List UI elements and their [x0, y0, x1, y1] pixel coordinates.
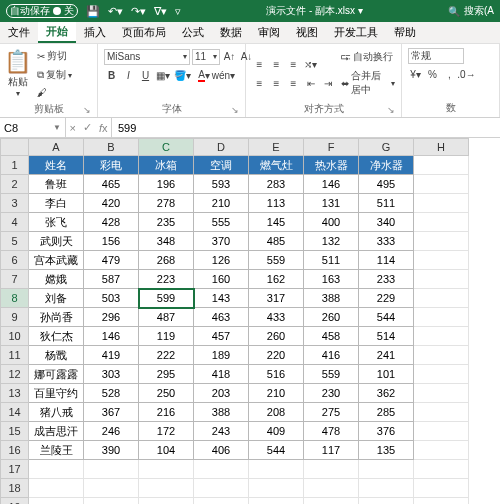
cell-C14[interactable]: 216: [139, 403, 194, 422]
cell-B8[interactable]: 503: [84, 289, 139, 308]
save-icon[interactable]: 💾: [86, 5, 100, 18]
row-header-3[interactable]: 3: [1, 194, 29, 213]
cell-C8[interactable]: 599: [139, 289, 194, 308]
cell-G17[interactable]: [359, 460, 414, 479]
cell-D6[interactable]: 126: [194, 251, 249, 270]
cell-G16[interactable]: 135: [359, 441, 414, 460]
cell-A7[interactable]: 嫦娥: [29, 270, 84, 289]
cell-F15[interactable]: 478: [304, 422, 359, 441]
cell-D15[interactable]: 243: [194, 422, 249, 441]
cell-D2[interactable]: 593: [194, 175, 249, 194]
cell-A3[interactable]: 李白: [29, 194, 84, 213]
cell-F13[interactable]: 230: [304, 384, 359, 403]
cell[interactable]: [414, 270, 469, 289]
column-header-E[interactable]: E: [249, 139, 304, 156]
redo-icon[interactable]: ↷▾: [131, 5, 146, 18]
cell-G18[interactable]: [359, 479, 414, 498]
cell-A15[interactable]: 成吉思汗: [29, 422, 84, 441]
cell-D4[interactable]: 555: [194, 213, 249, 232]
cell-E3[interactable]: 113: [249, 194, 304, 213]
row-header-2[interactable]: 2: [1, 175, 29, 194]
cell-D8[interactable]: 143: [194, 289, 249, 308]
cell-E9[interactable]: 433: [249, 308, 304, 327]
cell-D19[interactable]: [194, 498, 249, 505]
cell-E10[interactable]: 260: [249, 327, 304, 346]
cell-A11[interactable]: 杨戬: [29, 346, 84, 365]
percent-icon[interactable]: %: [425, 67, 440, 82]
cell-F10[interactable]: 458: [304, 327, 359, 346]
cell-C11[interactable]: 222: [139, 346, 194, 365]
row-header-17[interactable]: 17: [1, 460, 29, 479]
cell-D3[interactable]: 210: [194, 194, 249, 213]
name-box[interactable]: C8 ▼: [0, 118, 66, 137]
cell-F6[interactable]: 511: [304, 251, 359, 270]
cell-G4[interactable]: 340: [359, 213, 414, 232]
cell-B10[interactable]: 146: [84, 327, 139, 346]
cell-C16[interactable]: 104: [139, 441, 194, 460]
cell-G2[interactable]: 495: [359, 175, 414, 194]
cell-E7[interactable]: 162: [249, 270, 304, 289]
clipboard-launcher-icon[interactable]: ↘: [4, 105, 93, 115]
cell-B15[interactable]: 246: [84, 422, 139, 441]
font-name-select[interactable]: MiSans▾: [104, 49, 190, 65]
cell-C17[interactable]: [139, 460, 194, 479]
cell-F5[interactable]: 132: [304, 232, 359, 251]
align-left-icon[interactable]: ≡: [252, 76, 267, 91]
cell-A12[interactable]: 娜可露露: [29, 365, 84, 384]
cell[interactable]: [414, 289, 469, 308]
cell[interactable]: [414, 251, 469, 270]
cell-F18[interactable]: [304, 479, 359, 498]
cell-A9[interactable]: 孙尚香: [29, 308, 84, 327]
cell-F14[interactable]: 275: [304, 403, 359, 422]
cell-G14[interactable]: 285: [359, 403, 414, 422]
cell-A8[interactable]: 刘备: [29, 289, 84, 308]
cell-E2[interactable]: 283: [249, 175, 304, 194]
align-middle-icon[interactable]: ≡: [269, 57, 284, 72]
underline-icon[interactable]: U: [138, 68, 153, 83]
comma-icon[interactable]: ,: [442, 67, 457, 82]
fx-icon[interactable]: fx: [99, 122, 108, 134]
cell-A4[interactable]: 张飞: [29, 213, 84, 232]
currency-icon[interactable]: ¥▾: [408, 67, 423, 82]
cell-B3[interactable]: 420: [84, 194, 139, 213]
cell-G7[interactable]: 233: [359, 270, 414, 289]
cell-G10[interactable]: 514: [359, 327, 414, 346]
row-header-1[interactable]: 1: [1, 156, 29, 175]
cell-B11[interactable]: 419: [84, 346, 139, 365]
orientation-icon[interactable]: ⤭▾: [303, 57, 318, 72]
format-painter-button[interactable]: 🖌: [35, 86, 74, 99]
cell-G12[interactable]: 101: [359, 365, 414, 384]
row-header-7[interactable]: 7: [1, 270, 29, 289]
cell-A5[interactable]: 武则天: [29, 232, 84, 251]
tab-数据[interactable]: 数据: [212, 22, 250, 43]
row-header-8[interactable]: 8: [1, 289, 29, 308]
cell-C18[interactable]: [139, 479, 194, 498]
tab-开始[interactable]: 开始: [38, 22, 76, 43]
cell-E16[interactable]: 544: [249, 441, 304, 460]
font-launcher-icon[interactable]: ↘: [102, 105, 241, 115]
spreadsheet-grid[interactable]: ABCDEFGH1姓名彩电冰箱空调燃气灶热水器净水器2鲁班46519659328…: [0, 138, 500, 504]
tab-帮助[interactable]: 帮助: [386, 22, 424, 43]
number-format-select[interactable]: 常规: [408, 48, 464, 64]
cancel-icon[interactable]: ×: [70, 122, 76, 134]
cell-B6[interactable]: 479: [84, 251, 139, 270]
paste-dropdown-icon[interactable]: ▾: [16, 89, 20, 98]
cell-F2[interactable]: 146: [304, 175, 359, 194]
increase-font-icon[interactable]: A↑: [222, 49, 237, 64]
cell-C3[interactable]: 278: [139, 194, 194, 213]
cell-E19[interactable]: [249, 498, 304, 505]
cell-D12[interactable]: 418: [194, 365, 249, 384]
cell-G3[interactable]: 511: [359, 194, 414, 213]
cell-F12[interactable]: 559: [304, 365, 359, 384]
cell-E11[interactable]: 220: [249, 346, 304, 365]
cell-G6[interactable]: 114: [359, 251, 414, 270]
cell-E14[interactable]: 208: [249, 403, 304, 422]
cell-G8[interactable]: 229: [359, 289, 414, 308]
tab-文件[interactable]: 文件: [0, 22, 38, 43]
cell-C9[interactable]: 487: [139, 308, 194, 327]
cell-B13[interactable]: 528: [84, 384, 139, 403]
cell-D14[interactable]: 388: [194, 403, 249, 422]
cell-C12[interactable]: 295: [139, 365, 194, 384]
cell-E13[interactable]: 210: [249, 384, 304, 403]
tab-公式[interactable]: 公式: [174, 22, 212, 43]
